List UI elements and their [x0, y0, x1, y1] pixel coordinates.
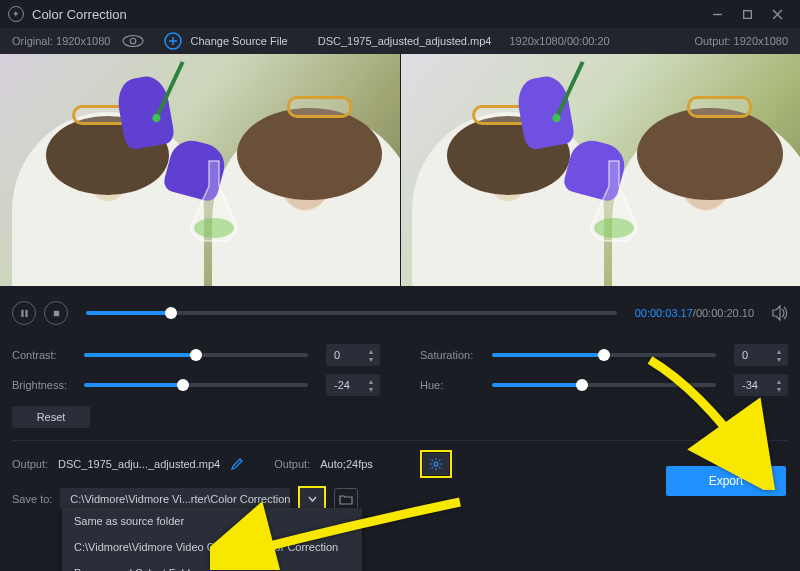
app-logo-icon: ✦ [8, 6, 24, 22]
save-path-dropdown-button[interactable] [300, 488, 324, 510]
contrast-value-box[interactable]: 0▲▼ [326, 344, 380, 366]
saturation-slider[interactable] [492, 353, 716, 357]
folder-icon [339, 494, 353, 505]
svg-rect-11 [21, 309, 23, 316]
dropdown-item-browse[interactable]: Browse and Select Folder [62, 560, 362, 571]
saturation-step-down[interactable]: ▼ [774, 355, 784, 363]
minimize-button[interactable] [702, 4, 732, 24]
add-source-icon[interactable] [164, 32, 182, 50]
hue-value-box[interactable]: -34▲▼ [734, 374, 788, 396]
dropdown-item-recent-path[interactable]: C:\Vidmore\Vidmore Video Converter\Color… [62, 534, 362, 560]
output-settings-button[interactable] [423, 453, 449, 475]
save-path-field[interactable]: C:\Vidmore\Vidmore Vi...rter\Color Corre… [60, 488, 290, 510]
svg-point-5 [131, 38, 137, 44]
brightness-label: Brightness: [12, 379, 84, 391]
contrast-slider[interactable] [84, 353, 308, 357]
stop-button[interactable] [44, 301, 68, 325]
svg-point-9 [194, 218, 234, 238]
change-source-link[interactable]: Change Source File [190, 35, 287, 47]
output-file-label: Output: [12, 458, 48, 470]
brightness-slider[interactable] [84, 383, 308, 387]
open-folder-button[interactable] [334, 488, 358, 510]
hue-label: Hue: [420, 379, 492, 391]
gear-icon [429, 457, 443, 471]
info-bar: Original: 1920x1080 Change Source File D… [0, 28, 800, 54]
original-resolution: Original: 1920x1080 [12, 35, 110, 47]
contrast-step-down[interactable]: ▼ [366, 355, 376, 363]
chevron-down-icon [308, 496, 317, 502]
contrast-label: Contrast: [12, 349, 84, 361]
output-resolution: Output: 1920x1080 [694, 35, 788, 47]
reset-button[interactable]: Reset [12, 406, 90, 428]
pause-button[interactable] [12, 301, 36, 325]
svg-rect-12 [25, 309, 27, 316]
hue-row: Hue: -34▲▼ [420, 370, 788, 400]
seek-bar[interactable] [86, 311, 617, 315]
adjusted-preview [400, 54, 801, 286]
source-filename: DSC_1975_adjusted_adjusted.mp4 [318, 35, 492, 47]
saturation-step-up[interactable]: ▲ [774, 347, 784, 355]
window-title: Color Correction [32, 7, 702, 22]
hue-step-up[interactable]: ▲ [774, 377, 784, 385]
dropdown-item-same-as-source[interactable]: Same as source folder [62, 508, 362, 534]
output-settings-label: Output: [274, 458, 310, 470]
preview-toggle-icon[interactable] [122, 34, 144, 48]
titlebar: ✦ Color Correction [0, 0, 800, 28]
original-preview [0, 54, 400, 286]
svg-point-14 [434, 462, 438, 466]
settings-highlight [420, 450, 452, 478]
brightness-step-down[interactable]: ▼ [366, 385, 376, 393]
saturation-label: Saturation: [420, 349, 492, 361]
brightness-step-up[interactable]: ▲ [366, 377, 376, 385]
contrast-row: Contrast: 0▲▼ [12, 340, 380, 370]
svg-rect-1 [743, 10, 751, 18]
preview-area [0, 54, 800, 286]
playback-row: 00:00:03.17/00:00:20.10 [12, 296, 788, 330]
svg-point-4 [123, 36, 143, 47]
playback-time: 00:00:03.17/00:00:20.10 [635, 307, 754, 319]
export-button[interactable]: Export [666, 466, 786, 496]
output-settings-value: Auto;24fps [320, 458, 410, 470]
close-button[interactable] [762, 4, 792, 24]
source-meta: 1920x1080/00:00:20 [509, 35, 694, 47]
hue-step-down[interactable]: ▼ [774, 385, 784, 393]
saturation-value-box[interactable]: 0▲▼ [734, 344, 788, 366]
volume-icon[interactable] [770, 304, 788, 322]
svg-rect-13 [53, 310, 58, 315]
save-to-label: Save to: [12, 493, 52, 505]
hue-slider[interactable] [492, 383, 716, 387]
rename-icon[interactable] [230, 457, 244, 471]
contrast-step-up[interactable]: ▲ [366, 347, 376, 355]
output-file-name: DSC_1975_adju..._adjusted.mp4 [58, 458, 220, 470]
brightness-value-box[interactable]: -24▲▼ [326, 374, 380, 396]
svg-point-10 [594, 218, 634, 238]
save-path-dropdown: Same as source folder C:\Vidmore\Vidmore… [62, 508, 362, 571]
saturation-row: Saturation: 0▲▼ [420, 340, 788, 370]
maximize-button[interactable] [732, 4, 762, 24]
brightness-row: Brightness: -24▲▼ [12, 370, 380, 400]
